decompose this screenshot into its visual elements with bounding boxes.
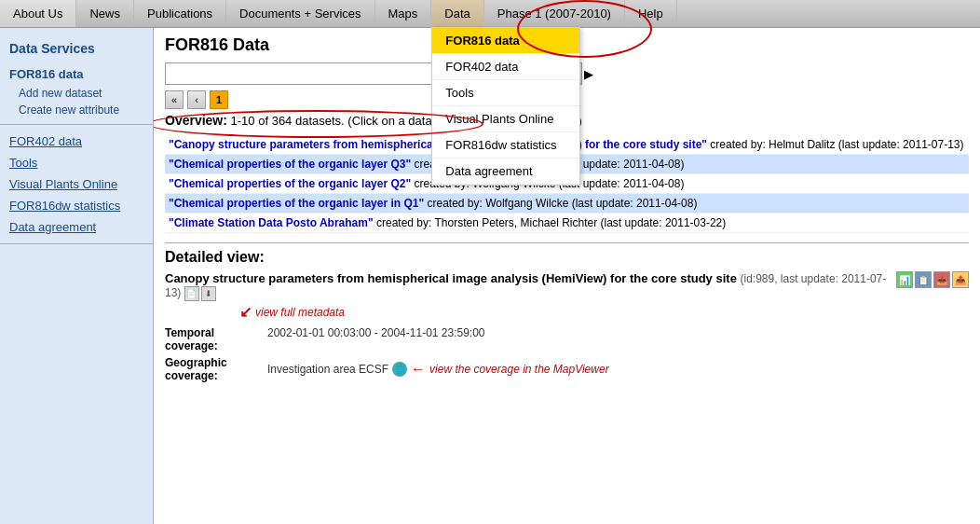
- metadata-icon[interactable]: 📄: [184, 286, 199, 301]
- detail-section: Detailed view: Canopy structure paramete…: [165, 249, 969, 382]
- dropdown-tools[interactable]: Tools: [432, 80, 579, 106]
- annotation-metadata-text: view full metadata: [255, 306, 345, 319]
- mapviewer-arrow-icon: ←: [411, 361, 426, 378]
- dataset-title-link[interactable]: "Chemical properties of the organic laye…: [169, 197, 424, 210]
- dataset-meta: created by: Thorsten Peters, Michael Ric…: [376, 216, 726, 229]
- detail-row-temporal: Temporal coverage: 2002-01-01 00:03:00 -…: [165, 326, 969, 352]
- dropdown-for402[interactable]: FOR402 data: [432, 54, 579, 80]
- detail-title-area: Canopy structure parameters from hemisph…: [165, 271, 889, 321]
- nav-maps[interactable]: Maps: [375, 0, 432, 27]
- nav-phase1[interactable]: Phase 1 (2007-2010): [484, 0, 625, 27]
- nav-about-us[interactable]: About Us: [0, 0, 76, 27]
- dataset-item[interactable]: "Climate Station Data Posto Abraham" cre…: [165, 214, 969, 233]
- dataset-title-link[interactable]: "Climate Station Data Posto Abraham": [169, 216, 374, 229]
- section-divider: [165, 242, 969, 243]
- sidebar-item-create-attr[interactable]: Create new attribute: [0, 102, 153, 118]
- nav-help[interactable]: Help: [625, 0, 677, 27]
- prev-page-button[interactable]: ‹: [187, 90, 206, 109]
- sidebar-divider: [0, 124, 153, 125]
- icon-blue[interactable]: 📋: [915, 271, 932, 288]
- nav-documents[interactable]: Documents + Services: [226, 0, 374, 27]
- sidebar: Data Services FOR816 data Add new datase…: [0, 28, 154, 524]
- first-page-button[interactable]: «: [165, 90, 184, 109]
- detail-table: Temporal coverage: 2002-01-01 00:03:00 -…: [165, 326, 969, 382]
- dropdown-for816[interactable]: FOR816 data: [432, 28, 579, 54]
- dropdown-vpo[interactable]: Visual Plants Online: [432, 106, 579, 132]
- icon-green[interactable]: 📊: [896, 271, 913, 288]
- geographic-value: Investigation area ECSF 🌐 ← view the cov…: [267, 356, 609, 382]
- temporal-label: Temporal coverage:: [165, 326, 267, 352]
- nav-publications[interactable]: Publications: [134, 0, 226, 27]
- icon-red[interactable]: 📥: [933, 271, 950, 288]
- top-navigation: About Us News Publications Documents + S…: [0, 0, 980, 28]
- data-dropdown-menu: FOR816 data FOR402 data Tools Visual Pla…: [431, 27, 580, 186]
- sidebar-item-agreement[interactable]: Data agreement: [0, 216, 153, 238]
- sidebar-title: Data Services: [0, 35, 153, 63]
- dataset-item[interactable]: "Chemical properties of the organic laye…: [165, 194, 969, 214]
- sidebar-item-for816stats[interactable]: FOR816dw statistics: [0, 195, 153, 216]
- sidebar-item-for402[interactable]: FOR402 data: [0, 131, 153, 152]
- annotation-arrow-icon: ↙: [239, 303, 252, 321]
- sidebar-item-tools[interactable]: Tools: [0, 152, 153, 173]
- current-page: 1: [210, 90, 228, 109]
- nav-news[interactable]: News: [76, 0, 134, 27]
- dataset-title-link[interactable]: "Chemical properties of the organic laye…: [169, 158, 411, 171]
- annotation-mapviewer-text: view the coverage in the MapViewer: [429, 363, 609, 376]
- sidebar-item-add-dataset[interactable]: Add new dataset: [0, 85, 153, 102]
- icon-orange[interactable]: 📤: [952, 271, 969, 288]
- dataset-meta: created by: Wolfgang Wilcke (last update…: [427, 197, 697, 210]
- sidebar-item-vpo[interactable]: Visual Plants Online: [0, 173, 153, 195]
- detail-action-icons: 📊 📋 📥 📤: [896, 271, 969, 288]
- detail-header: Canopy structure parameters from hemisph…: [165, 271, 969, 321]
- nav-data[interactable]: Data FOR816 data FOR402 data Tools Visua…: [431, 0, 483, 27]
- export-icon[interactable]: ⬇: [201, 286, 216, 301]
- geographic-label: Geographic coverage:: [165, 356, 267, 382]
- detail-dataset-title: Canopy structure parameters from hemisph…: [165, 271, 737, 285]
- detail-title: Detailed view:: [165, 249, 969, 266]
- sidebar-item-for816[interactable]: FOR816 data: [0, 63, 153, 85]
- metadata-annotation: ↙ view full metadata: [239, 303, 889, 321]
- show-all-arrow[interactable]: ▶: [584, 67, 593, 81]
- dataset-title-link[interactable]: "Chemical properties of the organic laye…: [169, 177, 411, 190]
- dropdown-stats[interactable]: FOR816dw statistics: [432, 132, 579, 159]
- dropdown-agreement[interactable]: Data agreement: [432, 159, 579, 185]
- temporal-value: 2002-01-01 00:03:00 - 2004-11-01 23:59:0…: [267, 326, 485, 352]
- globe-icon[interactable]: 🌐: [392, 362, 407, 377]
- search-input[interactable]: [165, 62, 454, 85]
- detail-row-geographic: Geographic coverage: Investigation area …: [165, 356, 969, 382]
- detail-small-icons: 📄 ⬇: [184, 286, 216, 301]
- dataset-meta: created by: Helmut Dalitz (last update: …: [710, 138, 963, 151]
- sidebar-divider-2: [0, 243, 153, 244]
